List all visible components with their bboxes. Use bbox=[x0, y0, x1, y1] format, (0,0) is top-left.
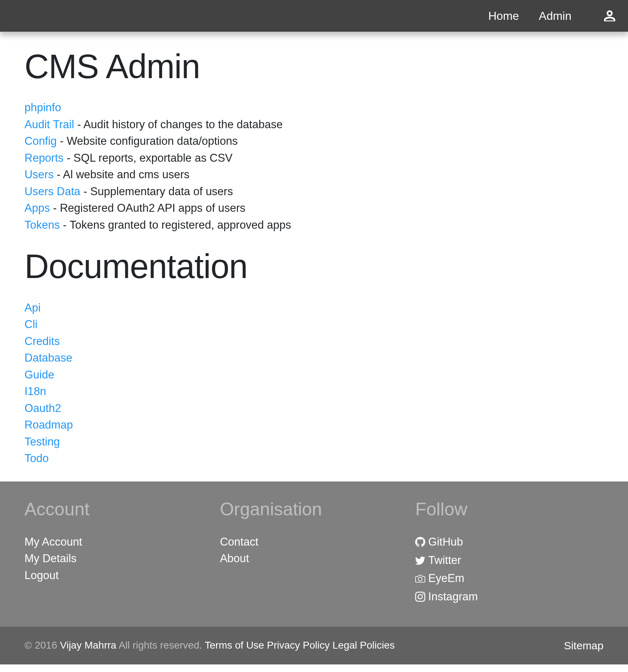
footer-upper: Account My AccountMy DetailsLogout Organ… bbox=[0, 481, 628, 627]
main-content: CMS Admin phpinfoAudit Trail - Audit his… bbox=[0, 32, 628, 481]
admin-links-list: phpinfoAudit Trail - Audit history of ch… bbox=[24, 99, 604, 233]
doc-link[interactable]: Guide bbox=[24, 368, 54, 381]
camera-icon bbox=[415, 574, 425, 584]
doc-link[interactable]: Testing bbox=[24, 435, 60, 448]
admin-link[interactable]: Tokens bbox=[24, 219, 60, 231]
footer: Account My AccountMy DetailsLogout Organ… bbox=[0, 481, 628, 664]
doc-link[interactable]: Roadmap bbox=[24, 418, 73, 431]
page-heading-admin: CMS Admin bbox=[24, 48, 604, 85]
admin-link-item: Tokens - Tokens granted to registered, a… bbox=[24, 217, 604, 234]
admin-link-item: Config - Website configuration data/opti… bbox=[24, 133, 604, 150]
footer-col-account: Account My AccountMy DetailsLogout bbox=[24, 496, 213, 607]
svg-point-0 bbox=[607, 11, 611, 15]
footer-sitemap: Sitemap bbox=[564, 637, 604, 654]
follow-links-list: GitHubTwitterEyeEmInstagram bbox=[415, 534, 604, 607]
follow-link-label: Twitter bbox=[428, 552, 461, 569]
doc-link[interactable]: Cli bbox=[24, 318, 37, 331]
admin-link-desc: - Registered OAuth2 API apps of users bbox=[50, 202, 246, 214]
follow-link-label: Instagram bbox=[428, 588, 478, 605]
admin-link-item: Users - Al website and cms users bbox=[24, 166, 604, 183]
doc-link-item: I18n bbox=[24, 383, 604, 400]
admin-link-desc: - Audit history of changes to the databa… bbox=[74, 118, 283, 131]
doc-link[interactable]: Credits bbox=[24, 335, 60, 348]
nav-admin-link[interactable]: Admin bbox=[539, 7, 571, 24]
doc-link[interactable]: Todo bbox=[24, 452, 49, 465]
account-link[interactable]: My Details bbox=[24, 550, 77, 567]
account-link-item: My Details bbox=[24, 550, 213, 567]
terms-link[interactable]: Terms of Use bbox=[205, 640, 264, 651]
footer-col-organisation: Organisation ContactAbout bbox=[220, 496, 408, 607]
footer-heading-account: Account bbox=[24, 496, 213, 523]
admin-link-desc: - Al website and cms users bbox=[54, 168, 189, 181]
admin-link[interactable]: Config bbox=[24, 135, 57, 147]
admin-link[interactable]: Apps bbox=[24, 202, 50, 214]
admin-link-item: phpinfo bbox=[24, 99, 604, 116]
footer-lower: © 2016 Vijay Mahrra All rights reserved.… bbox=[0, 627, 628, 664]
account-links-list: My AccountMy DetailsLogout bbox=[24, 534, 213, 584]
follow-link[interactable]: EyeEm bbox=[415, 570, 464, 587]
doc-link-item: Oauth2 bbox=[24, 400, 604, 417]
footer-copyright: © 2016 Vijay Mahrra All rights reserved.… bbox=[24, 638, 395, 653]
organisation-link[interactable]: Contact bbox=[220, 534, 259, 551]
organisation-link-item: Contact bbox=[220, 534, 408, 551]
legal-link[interactable]: Legal Policies bbox=[332, 640, 395, 651]
privacy-link[interactable]: Privacy Policy bbox=[267, 640, 329, 651]
organisation-link[interactable]: About bbox=[220, 550, 249, 567]
admin-link-item: Audit Trail - Audit history of changes t… bbox=[24, 116, 604, 133]
account-link[interactable]: Logout bbox=[24, 567, 59, 584]
follow-link-item: EyeEm bbox=[415, 570, 604, 588]
organisation-link-item: About bbox=[220, 550, 408, 567]
admin-link-desc: - Tokens granted to registered, approved… bbox=[60, 219, 291, 231]
admin-link-desc: - SQL reports, exportable as CSV bbox=[64, 152, 233, 164]
copyright-middle: All rights reserved. bbox=[116, 640, 205, 651]
admin-link-desc: - Supplementary data of users bbox=[80, 185, 233, 198]
github-icon bbox=[415, 537, 425, 547]
follow-link[interactable]: Instagram bbox=[415, 588, 478, 605]
account-link[interactable]: My Account bbox=[24, 534, 82, 551]
follow-link[interactable]: Twitter bbox=[415, 552, 461, 569]
doc-link-item: Cli bbox=[24, 316, 604, 333]
sitemap-link[interactable]: Sitemap bbox=[564, 640, 604, 651]
doc-link[interactable]: Database bbox=[24, 351, 72, 364]
follow-link-label: GitHub bbox=[428, 534, 463, 551]
page-heading-documentation: Documentation bbox=[24, 248, 604, 285]
organisation-links-list: ContactAbout bbox=[220, 534, 408, 567]
admin-link[interactable]: phpinfo bbox=[24, 101, 61, 114]
doc-link-item: Testing bbox=[24, 434, 604, 451]
doc-link[interactable]: I18n bbox=[24, 385, 46, 398]
nav-home-link[interactable]: Home bbox=[488, 7, 519, 24]
follow-link-item: GitHub bbox=[415, 534, 604, 552]
follow-link[interactable]: GitHub bbox=[415, 534, 463, 551]
admin-link-item: Reports - SQL reports, exportable as CSV bbox=[24, 150, 604, 167]
admin-link[interactable]: Users Data bbox=[24, 185, 80, 198]
follow-link-item: Instagram bbox=[415, 588, 604, 607]
account-link-item: My Account bbox=[24, 534, 213, 551]
doc-link-item: Api bbox=[24, 300, 604, 317]
doc-link-item: Roadmap bbox=[24, 417, 604, 434]
doc-links-list: ApiCliCreditsDatabaseGuideI18nOauth2Road… bbox=[24, 300, 604, 467]
top-navbar: Home Admin bbox=[0, 0, 628, 32]
doc-link-item: Database bbox=[24, 350, 604, 367]
admin-link-item: Apps - Registered OAuth2 API apps of use… bbox=[24, 200, 604, 217]
doc-link-item: Guide bbox=[24, 367, 604, 384]
author-link[interactable]: Vijay Mahrra bbox=[60, 640, 116, 651]
admin-link[interactable]: Reports bbox=[24, 152, 64, 164]
follow-link-item: Twitter bbox=[415, 552, 604, 570]
doc-link[interactable]: Api bbox=[24, 301, 41, 314]
footer-col-follow: Follow GitHubTwitterEyeEmInstagram bbox=[415, 496, 604, 607]
footer-heading-organisation: Organisation bbox=[220, 496, 408, 523]
follow-link-label: EyeEm bbox=[428, 570, 464, 587]
person-icon[interactable] bbox=[602, 8, 617, 23]
twitter-icon bbox=[415, 555, 425, 565]
copyright-prefix: © 2016 bbox=[24, 640, 60, 651]
account-link-item: Logout bbox=[24, 567, 213, 584]
doc-link-item: Todo bbox=[24, 450, 604, 467]
admin-link[interactable]: Audit Trail bbox=[24, 118, 74, 131]
admin-link[interactable]: Users bbox=[24, 168, 54, 181]
admin-link-desc: - Website configuration data/options bbox=[57, 135, 238, 147]
doc-link-item: Credits bbox=[24, 333, 604, 350]
instagram-icon bbox=[415, 592, 425, 602]
footer-heading-follow: Follow bbox=[415, 496, 604, 523]
admin-link-item: Users Data - Supplementary data of users bbox=[24, 183, 604, 200]
doc-link[interactable]: Oauth2 bbox=[24, 402, 61, 415]
